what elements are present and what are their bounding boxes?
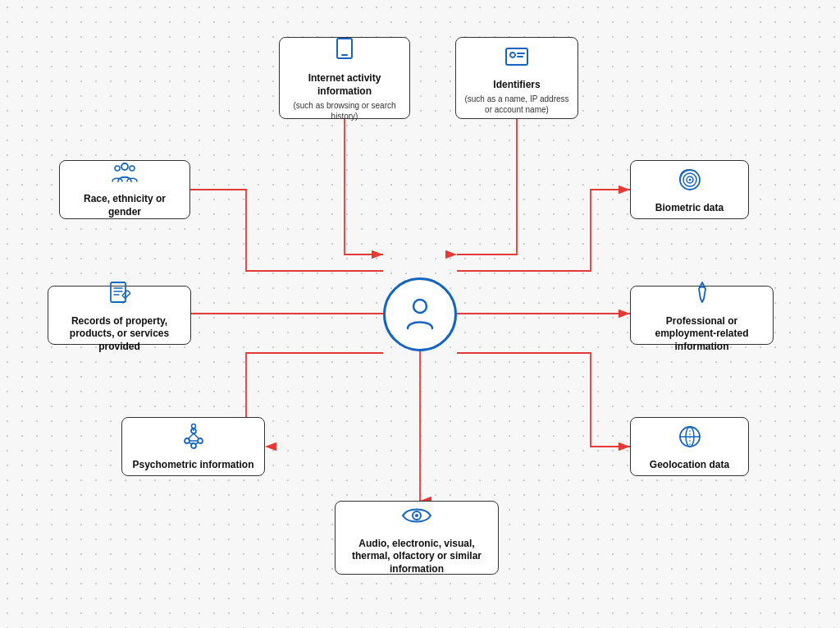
audio-title: Audio, electronic, visual, thermal, olfa…: [344, 538, 490, 576]
geolocation-title: Geolocation data: [650, 459, 729, 472]
card-audio: Audio, electronic, visual, thermal, olfa…: [335, 501, 499, 575]
card-geolocation: Geolocation data: [630, 417, 749, 476]
identifiers-subtitle: (such as a name, IP address or account n…: [464, 94, 569, 115]
svg-line-28: [189, 433, 194, 438]
svg-point-4: [413, 300, 427, 313]
internet-subtitle: (such as browsing or search history): [288, 100, 401, 121]
race-title: Race, ethnicity or gender: [68, 193, 181, 218]
card-records: Records of property, products, or servic…: [48, 286, 191, 345]
svg-point-11: [121, 163, 128, 170]
race-icon: [111, 162, 139, 188]
svg-point-13: [130, 166, 135, 171]
svg-line-31: [195, 442, 199, 444]
center-node: [383, 277, 457, 351]
svg-line-29: [194, 433, 199, 438]
svg-rect-18: [111, 282, 126, 302]
svg-line-30: [189, 442, 192, 444]
professional-icon: [688, 279, 716, 310]
geolocation-icon: [676, 423, 704, 454]
card-race: Race, ethnicity or gender: [59, 160, 190, 219]
psychometric-title: Psychometric information: [132, 459, 253, 472]
identifiers-title: Identifiers: [493, 79, 540, 92]
audio-icon: [401, 502, 432, 533]
biometric-title: Biometric data: [655, 202, 724, 215]
identifiers-icon: [503, 43, 531, 74]
psychometric-icon: [180, 423, 208, 454]
biometric-icon: [676, 166, 704, 197]
records-title: Records of property, products, or servic…: [57, 315, 182, 354]
internet-title: Internet activity information: [288, 72, 401, 98]
records-icon: [106, 279, 134, 310]
card-professional: Professional or employment-related infor…: [630, 286, 774, 345]
internet-icon: [331, 36, 358, 67]
card-psychometric: Psychometric information: [121, 417, 265, 476]
svg-rect-7: [506, 48, 527, 65]
professional-title: Professional or employment-related infor…: [639, 315, 765, 354]
svg-point-17: [688, 179, 691, 181]
svg-rect-22: [122, 290, 130, 298]
svg-point-12: [115, 166, 120, 171]
svg-point-8: [510, 53, 515, 57]
diagram-container: Internet activity information (such as b…: [0, 0, 840, 628]
svg-point-40: [415, 514, 418, 517]
card-biometric: Biometric data: [630, 160, 749, 219]
person-icon: [399, 294, 441, 335]
svg-point-33: [191, 424, 195, 429]
card-internet: Internet activity information (such as b…: [279, 37, 410, 119]
card-identifiers: Identifiers (such as a name, IP address …: [455, 37, 578, 119]
